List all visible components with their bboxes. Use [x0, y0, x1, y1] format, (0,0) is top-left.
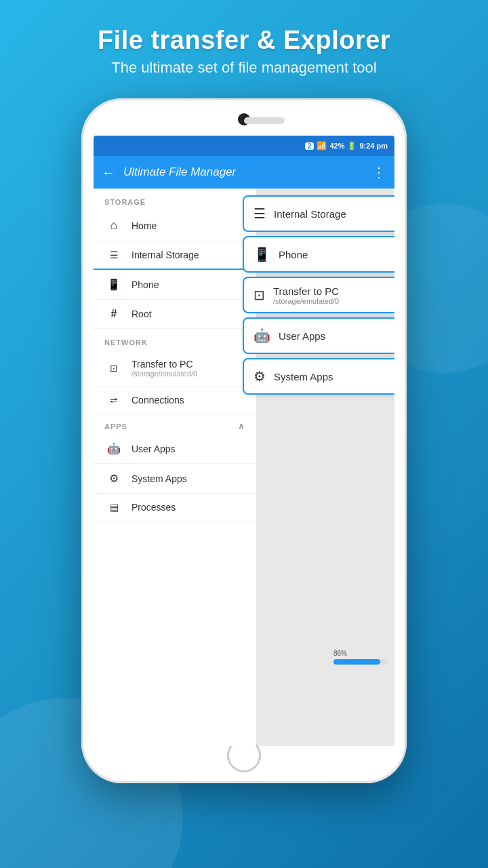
app-toolbar: ← Ultimate File Manager ⋮ [94, 156, 394, 189]
popup-cards-overlay: ☰ Internal Storage 📱 Phone ⊡ Transfer to… [243, 189, 394, 746]
network-section-header: NETWORK ∧ [94, 329, 256, 351]
popup-user-apps-icon: 🤖 [253, 328, 270, 344]
sidebar-item-internal-storage[interactable]: ☰ Internal Storage [94, 241, 256, 270]
processes-icon: ▤ [104, 502, 123, 513]
time-display: 9:24 pm [359, 142, 388, 150]
sidebar-item-processes[interactable]: ▤ Processes [94, 494, 256, 521]
phone-icon: 📱 [104, 278, 123, 291]
root-label: Root [131, 309, 152, 319]
processes-label: Processes [131, 502, 176, 513]
connections-label: Connections [131, 395, 184, 406]
user-apps-label: User Apps [131, 443, 176, 454]
home-label: Home [131, 220, 157, 231]
phone-mockup: 2 📶 42% 🔋 9:24 pm ← Ultimate File Manage… [81, 98, 407, 783]
app-title: File transfer & Explorer [27, 26, 461, 55]
phone-frame: 2 📶 42% 🔋 9:24 pm ← Ultimate File Manage… [81, 98, 407, 783]
transfer-pc-label: Transfer to PC [131, 359, 197, 370]
sidebar: STORAGE ∧ ⌂ Home ☰ Internal Storage 📱 Ph… [94, 189, 256, 746]
app-subtitle: The ultimate set of file management tool [27, 59, 461, 77]
popup-system-apps-label: System Apps [274, 371, 333, 382]
user-apps-icon: 🤖 [104, 442, 123, 455]
popup-user-apps-label: User Apps [279, 330, 325, 342]
popup-card-phone[interactable]: 📱 Phone [243, 236, 394, 273]
popup-card-user-apps[interactable]: 🤖 User Apps [243, 317, 394, 354]
popup-internal-storage-label: Internal Storage [274, 208, 346, 220]
sidebar-item-connections[interactable]: ⇌ Connections [94, 387, 256, 414]
sidebar-item-home[interactable]: ⌂ Home [94, 210, 256, 241]
phone-label: Phone [131, 279, 159, 290]
transfer-pc-icon: ⊡ [104, 363, 123, 374]
popup-phone-label: Phone [279, 249, 308, 260]
screen-layout: STORAGE ∧ ⌂ Home ☰ Internal Storage 📱 Ph… [94, 189, 394, 746]
popup-system-apps-icon: ⚙ [253, 368, 266, 384]
sidebar-item-system-apps[interactable]: ⚙ System Apps [94, 464, 256, 494]
battery-percent: 42% [329, 142, 344, 150]
popup-internal-storage-icon: ☰ [253, 205, 266, 222]
signal-icon: 📶 [317, 141, 327, 151]
apps-section-header: APPS ∧ [94, 414, 256, 434]
sidebar-item-phone[interactable]: 📱 Phone [94, 270, 256, 300]
root-icon: # [104, 308, 123, 320]
internal-storage-icon: ☰ [104, 250, 123, 260]
sim-indicator: 2 [305, 142, 314, 150]
popup-card-system-apps[interactable]: ⚙ System Apps [243, 358, 394, 395]
home-icon: ⌂ [104, 218, 123, 233]
status-bar: 2 📶 42% 🔋 9:24 pm [94, 136, 394, 156]
storage-section-header: STORAGE ∧ [94, 189, 256, 210]
back-button[interactable]: ← [102, 165, 115, 180]
system-apps-label: System Apps [131, 473, 187, 484]
sidebar-item-root[interactable]: # Root [94, 300, 256, 329]
phone-speaker [244, 117, 285, 124]
phone-screen: 2 📶 42% 🔋 9:24 pm ← Ultimate File Manage… [94, 136, 394, 746]
popup-phone-icon: 📱 [253, 246, 270, 262]
transfer-pc-sublabel: /storage/emulated/0 [131, 370, 197, 378]
storage-label: STORAGE [94, 189, 157, 210]
popup-transfer-icon: ⊡ [253, 287, 265, 303]
popup-card-internal-storage[interactable]: ☰ Internal Storage [243, 195, 394, 232]
toolbar-title: Ultimate File Manager [123, 165, 372, 179]
system-apps-icon: ⚙ [104, 472, 123, 485]
sidebar-item-user-apps[interactable]: 🤖 User Apps [94, 434, 256, 464]
popup-transfer-label: Transfer to PC [273, 285, 339, 297]
battery-icon: 🔋 [347, 142, 357, 151]
menu-button[interactable]: ⋮ [372, 164, 386, 180]
popup-card-transfer-pc[interactable]: ⊡ Transfer to PC /storage/emulated/0 [243, 277, 394, 313]
network-label: NETWORK [94, 329, 159, 351]
app-header: File transfer & Explorer The ultimate se… [0, 0, 488, 90]
sidebar-item-transfer-pc[interactable]: ⊡ Transfer to PC /storage/emulated/0 [94, 351, 256, 387]
popup-transfer-sublabel: /storage/emulated/0 [273, 297, 339, 305]
apps-section-title: APPS [104, 422, 127, 431]
internal-storage-label: Internal Storage [131, 250, 199, 260]
connections-icon: ⇌ [104, 395, 123, 406]
